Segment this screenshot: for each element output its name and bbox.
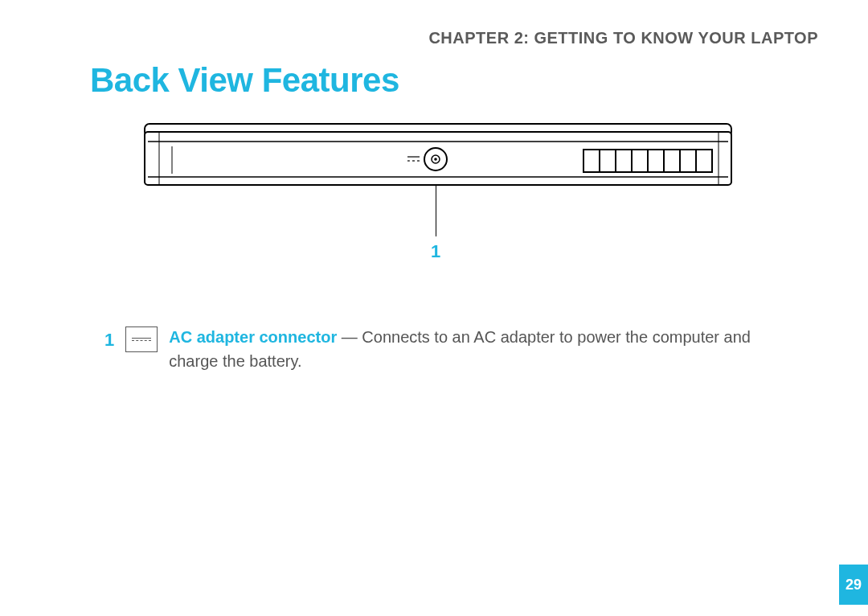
callout-leader-line (436, 185, 436, 236)
dc-power-icon (125, 326, 158, 352)
laptop-rear-illustration (143, 122, 733, 199)
legend-item-number: 1 (104, 330, 114, 351)
chapter-header: CHAPTER 2: GETTING TO KNOW YOUR LAPTOP (428, 29, 818, 47)
feature-legend: 1 AC adapter connector — Connects to an … (104, 325, 796, 373)
legend-item-text: AC adapter connector — Connects to an AC… (169, 325, 796, 373)
legend-term: AC adapter connector (169, 328, 337, 346)
legend-item: 1 AC adapter connector — Connects to an … (104, 325, 796, 373)
svg-point-9 (434, 158, 437, 161)
legend-separator: — (337, 328, 362, 346)
section-title: Back View Features (90, 61, 399, 100)
diagram-callout-number: 1 (431, 241, 440, 262)
page-number: 29 (839, 565, 868, 605)
laptop-back-view-diagram: 1 (143, 122, 733, 203)
